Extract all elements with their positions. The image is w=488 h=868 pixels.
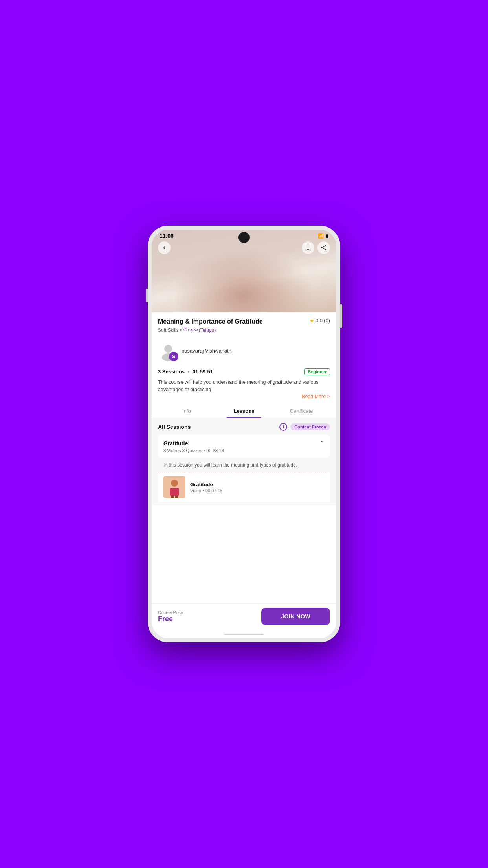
wifi-icon: 📶 [318, 233, 324, 239]
content-area[interactable]: Meaning & Importance of Gratitude ★ 0.0 … [152, 312, 336, 603]
svg-point-8 [325, 249, 326, 250]
power-button [340, 304, 342, 328]
video-item[interactable]: Gratitude Video 00:07:45 [158, 472, 330, 502]
rating-badge: ★ 0.0 (0) [310, 318, 330, 324]
course-meta: Soft Skills • తెలుగు (Telugu) [158, 327, 330, 333]
chevron-up-icon[interactable]: ⌃ [319, 440, 325, 447]
bottom-bar: Course Price Free JOIN NOW [152, 603, 336, 631]
frozen-badge: Content Frozen [290, 423, 330, 430]
bookmark-button[interactable] [302, 241, 314, 254]
tab-info[interactable]: Info [158, 404, 215, 418]
phone-screen: 11:06 📶 ▮ [152, 230, 336, 638]
join-now-button[interactable]: JOIN NOW [261, 608, 330, 625]
sessions-count: 3 Sessions [158, 369, 185, 375]
info-circle-icon[interactable]: i [279, 423, 287, 431]
back-button[interactable]: ‹ [158, 241, 171, 254]
volume-button [146, 289, 148, 302]
video-dot-separator [203, 490, 204, 491]
course-title-row: Meaning & Importance of Gratitude ★ 0.0 … [158, 318, 330, 326]
phone-frame: 11:06 📶 ▮ [148, 226, 340, 642]
session-card-header[interactable]: Gratitude ⌃ [163, 440, 325, 447]
sessions-section: All Sessions i Content Frozen Gratitude … [152, 418, 336, 505]
price-section: Course Price Free [158, 610, 183, 623]
meta-separator: • [180, 327, 183, 333]
share-icon [321, 245, 327, 250]
svg-line-10 [323, 246, 325, 247]
video-info: Gratitude Video 00:07:45 [190, 482, 325, 493]
video-type: Video [190, 488, 201, 493]
svg-point-15 [171, 480, 178, 487]
svg-point-12 [164, 345, 172, 353]
course-description: This course will help you understand the… [152, 377, 336, 394]
video-thumbnail [163, 476, 185, 498]
tab-lessons[interactable]: Lessons [215, 404, 273, 418]
status-icons: 📶 ▮ [318, 233, 328, 239]
course-duration: 01:59:51 [193, 369, 213, 375]
course-language: తెలుగు (Telugu) [183, 327, 216, 333]
video-title: Gratitude [190, 482, 325, 487]
hero-nav: ‹ [152, 241, 336, 254]
bookmark-icon [305, 245, 311, 251]
svg-rect-18 [175, 496, 178, 498]
svg-rect-17 [171, 496, 174, 498]
instructor-name: basavaraj Vishwanath [182, 348, 231, 354]
battery-icon: ▮ [326, 233, 328, 239]
rating-count: (0) [324, 318, 330, 324]
session-description: In this session you will learn the meani… [158, 458, 330, 472]
tab-lessons-label: Lessons [234, 408, 255, 414]
star-icon: ★ [310, 318, 314, 324]
nav-right-buttons [302, 241, 330, 254]
price-label: Course Price [158, 610, 183, 615]
read-more-button[interactable]: Read More > [152, 394, 336, 404]
svg-point-7 [325, 245, 326, 246]
session-name: Gratitude [163, 440, 188, 447]
svg-point-9 [321, 247, 323, 248]
sessions-row: 3 Sessions 01:59:51 Beginner [152, 365, 336, 377]
svg-line-11 [323, 248, 325, 249]
sessions-right: i Content Frozen [279, 423, 330, 431]
dot-separator [188, 371, 189, 373]
share-button[interactable] [317, 241, 330, 254]
home-bar [224, 634, 264, 635]
video-thumb-svg [163, 476, 185, 498]
rating-value: 0.0 [316, 318, 323, 324]
course-header: Meaning & Importance of Gratitude ★ 0.0 … [152, 312, 336, 337]
instructor-initial: S [169, 352, 178, 361]
course-title: Meaning & Importance of Gratitude [158, 318, 306, 326]
tab-certificate-label: Certificate [290, 408, 313, 414]
back-icon: ‹ [163, 244, 165, 251]
home-indicator [152, 631, 336, 638]
camera-notch [238, 232, 250, 243]
level-badge: Beginner [304, 368, 330, 375]
price-value: Free [158, 615, 183, 623]
status-time: 11:06 [160, 233, 174, 239]
tabs-row: Info Lessons Certificate [152, 404, 336, 418]
session-stats: 3 Videos 3 Quizzes • 00:38:18 [163, 448, 325, 453]
video-meta: Video 00:07:45 [190, 488, 325, 493]
tab-info-label: Info [182, 408, 191, 414]
info-label: i [283, 425, 284, 429]
status-bar: 11:06 📶 ▮ [152, 230, 336, 241]
instructor-avatar-wrapper: S [158, 341, 178, 361]
course-category: Soft Skills [158, 327, 179, 333]
all-sessions-title: All Sessions [158, 424, 191, 430]
video-duration: 00:07:45 [205, 488, 222, 493]
tab-certificate[interactable]: Certificate [273, 404, 330, 418]
svg-rect-16 [170, 488, 179, 496]
video-thumb-inner [163, 476, 185, 498]
session-card: Gratitude ⌃ 3 Videos 3 Quizzes • 00:38:1… [158, 435, 330, 458]
instructor-row: S basavaraj Vishwanath [152, 337, 336, 365]
sessions-header: All Sessions i Content Frozen [158, 423, 330, 431]
